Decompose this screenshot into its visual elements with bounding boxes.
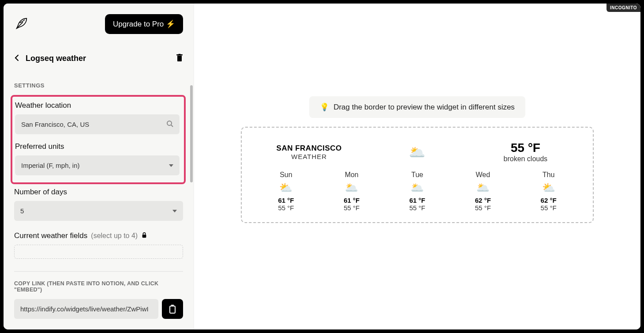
- current-fields-hint: (select up to 4): [91, 232, 138, 240]
- bulb-icon: 💡: [320, 102, 329, 112]
- widget-city: SAN FRANCISCO: [255, 144, 363, 153]
- sidebar: Upgrade to Pro ⚡ Logseq weather SETTINGS…: [4, 4, 194, 329]
- forecast-day-name: Sun: [255, 171, 317, 179]
- copy-section-label: COPY LINK (THEN PASTE INTO NOTION, AND C…: [14, 280, 183, 293]
- forecast-day-name: Tue: [386, 171, 449, 179]
- preview-pane: 💡 Drag the border to preview the widget …: [194, 4, 640, 329]
- forecast-day: Tue🌥️61 °F55 °F: [386, 171, 449, 212]
- sidebar-scrollbar[interactable]: [190, 85, 193, 182]
- location-input[interactable]: [15, 114, 180, 134]
- forecast-day-high: 61 °F: [321, 197, 383, 204]
- svg-rect-4: [142, 235, 146, 238]
- highlight-annotation: Weather location Preferred units Imperia…: [11, 95, 186, 184]
- forecast-day-name: Wed: [452, 171, 514, 179]
- trash-icon[interactable]: [176, 54, 183, 64]
- forecast-day-icon: ⛅: [517, 182, 580, 194]
- forecast-day: Mon🌥️61 °F55 °F: [321, 171, 383, 212]
- forecast-row: Sun⛅61 °F55 °FMon🌥️61 °F55 °FTue🌥️61 °F5…: [255, 171, 580, 212]
- back-chevron-icon[interactable]: [14, 53, 19, 64]
- forecast-day: Sun⛅61 °F55 °F: [255, 171, 317, 212]
- lock-icon: [141, 232, 147, 240]
- weather-widget-frame[interactable]: SAN FRANCISCO WEATHER 🌥️ 55 °F broken cl…: [241, 127, 594, 223]
- units-select[interactable]: Imperial (F, mph, in): [15, 155, 180, 175]
- divider: [14, 271, 183, 272]
- forecast-day-low: 55 °F: [517, 204, 580, 212]
- svg-rect-2: [179, 54, 181, 55]
- copy-button[interactable]: [162, 299, 183, 319]
- current-temp: 55 °F: [472, 141, 580, 155]
- current-condition: broken clouds: [472, 155, 580, 163]
- forecast-day-high: 61 °F: [255, 197, 317, 204]
- days-label: Number of days: [14, 188, 183, 197]
- current-fields-label: Current weather fields: [14, 231, 87, 240]
- forecast-day-icon: 🌥️: [386, 182, 449, 194]
- forecast-day: Wed🌥️62 °F55 °F: [452, 171, 514, 212]
- embed-link-input[interactable]: [14, 299, 158, 319]
- widget-subtitle: WEATHER: [255, 153, 363, 160]
- current-fields-dropzone[interactable]: [14, 245, 183, 259]
- current-weather-icon: 🌥️: [363, 144, 471, 160]
- location-label: Weather location: [15, 101, 180, 110]
- forecast-day-low: 55 °F: [321, 204, 383, 212]
- resize-hint: 💡 Drag the border to preview the widget …: [309, 96, 525, 118]
- forecast-day-icon: 🌥️: [452, 182, 514, 194]
- units-label: Preferred units: [15, 142, 180, 151]
- forecast-day-low: 55 °F: [452, 204, 514, 212]
- app-window: Upgrade to Pro ⚡ Logseq weather SETTINGS…: [4, 4, 640, 329]
- forecast-day-low: 55 °F: [386, 204, 449, 212]
- settings-section-label: SETTINGS: [14, 82, 183, 89]
- forecast-day-icon: 🌥️: [321, 182, 383, 194]
- incognito-badge: INCOGNITO: [607, 4, 640, 12]
- svg-rect-5: [170, 306, 175, 313]
- svg-rect-0: [177, 56, 182, 61]
- forecast-day-icon: ⛅: [255, 182, 317, 194]
- forecast-day-high: 61 °F: [386, 197, 449, 204]
- feather-logo-icon[interactable]: [14, 16, 29, 33]
- forecast-day-name: Thu: [517, 171, 580, 179]
- forecast-day-high: 62 °F: [452, 197, 514, 204]
- widget-title: Logseq weather: [26, 54, 86, 63]
- upgrade-button[interactable]: Upgrade to Pro ⚡: [105, 14, 183, 34]
- days-select[interactable]: 5: [14, 201, 183, 221]
- forecast-day: Thu⛅62 °F55 °F: [517, 171, 580, 212]
- forecast-day-name: Mon: [321, 171, 383, 179]
- resize-hint-text: Drag the border to preview the widget in…: [333, 103, 515, 112]
- forecast-day-high: 62 °F: [517, 197, 580, 204]
- forecast-day-low: 55 °F: [255, 204, 317, 212]
